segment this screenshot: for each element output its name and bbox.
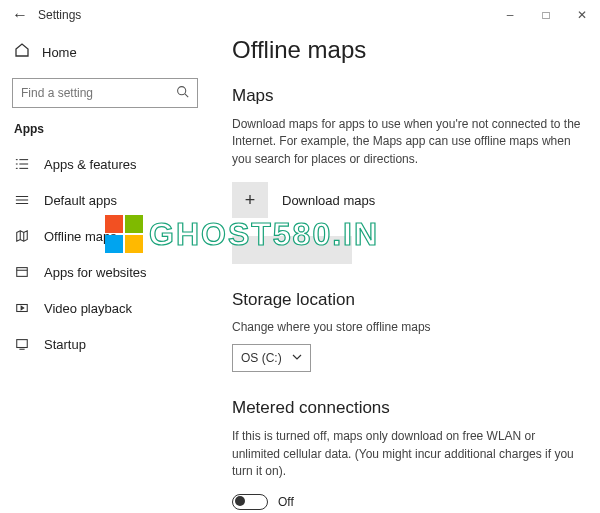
offline-maps-icon bbox=[14, 228, 30, 244]
main-content: Offline maps Maps Download maps for apps… bbox=[210, 30, 600, 513]
default-apps-icon bbox=[14, 192, 30, 208]
sidebar-item-video-playback[interactable]: Video playback bbox=[12, 290, 198, 326]
back-icon[interactable]: ← bbox=[10, 6, 30, 24]
chevron-down-icon bbox=[292, 351, 302, 365]
title-bar: ← Settings – □ ✕ bbox=[0, 0, 600, 30]
search-input[interactable] bbox=[21, 86, 176, 100]
download-maps-button[interactable]: + bbox=[232, 182, 268, 218]
window-controls: – □ ✕ bbox=[492, 0, 600, 30]
apps-for-websites-icon bbox=[14, 264, 30, 280]
maps-heading: Maps bbox=[232, 86, 582, 106]
page-title: Offline maps bbox=[232, 36, 582, 64]
minimize-button[interactable]: – bbox=[492, 0, 528, 30]
sidebar-section-header: Apps bbox=[12, 122, 198, 136]
storage-heading: Storage location bbox=[232, 290, 582, 310]
svg-point-0 bbox=[178, 87, 186, 95]
sidebar-item-offline-maps[interactable]: Offline maps bbox=[12, 218, 198, 254]
plus-icon: + bbox=[245, 190, 256, 211]
download-maps-label: Download maps bbox=[282, 193, 375, 208]
sidebar-item-apps-features[interactable]: Apps & features bbox=[12, 146, 198, 182]
maps-description: Download maps for apps to use when you'r… bbox=[232, 116, 582, 168]
search-icon bbox=[176, 85, 189, 101]
sidebar-item-label: Apps & features bbox=[44, 157, 137, 172]
sidebar-item-startup[interactable]: Startup bbox=[12, 326, 198, 362]
startup-icon bbox=[14, 336, 30, 352]
sidebar-item-label: Default apps bbox=[44, 193, 117, 208]
sidebar-item-label: Startup bbox=[44, 337, 86, 352]
storage-dropdown[interactable]: OS (C:) bbox=[232, 344, 311, 372]
storage-value: OS (C:) bbox=[241, 351, 282, 365]
video-playback-icon bbox=[14, 300, 30, 316]
sidebar-item-apps-for-websites[interactable]: Apps for websites bbox=[12, 254, 198, 290]
metered-heading: Metered connections bbox=[232, 398, 582, 418]
search-box[interactable] bbox=[12, 78, 198, 108]
apps-features-icon bbox=[14, 156, 30, 172]
home-icon bbox=[14, 42, 30, 62]
window-title: Settings bbox=[38, 8, 81, 22]
sidebar-home-label: Home bbox=[42, 45, 77, 60]
svg-rect-16 bbox=[17, 340, 28, 348]
sidebar-item-label: Apps for websites bbox=[44, 265, 147, 280]
metered-toggle[interactable] bbox=[232, 494, 268, 510]
svg-line-1 bbox=[185, 94, 188, 97]
obscured-button[interactable] bbox=[232, 236, 352, 264]
metered-toggle-state: Off bbox=[278, 495, 294, 509]
sidebar-item-default-apps[interactable]: Default apps bbox=[12, 182, 198, 218]
metered-description: If this is turned off, maps only downloa… bbox=[232, 428, 582, 480]
sidebar-home[interactable]: Home bbox=[12, 36, 198, 68]
storage-description: Change where you store offline maps bbox=[232, 320, 582, 334]
svg-rect-13 bbox=[17, 268, 28, 277]
maximize-button[interactable]: □ bbox=[528, 0, 564, 30]
close-button[interactable]: ✕ bbox=[564, 0, 600, 30]
sidebar: Home Apps Apps & features Default apps bbox=[0, 30, 210, 513]
sidebar-item-label: Offline maps bbox=[44, 229, 117, 244]
sidebar-item-label: Video playback bbox=[44, 301, 132, 316]
